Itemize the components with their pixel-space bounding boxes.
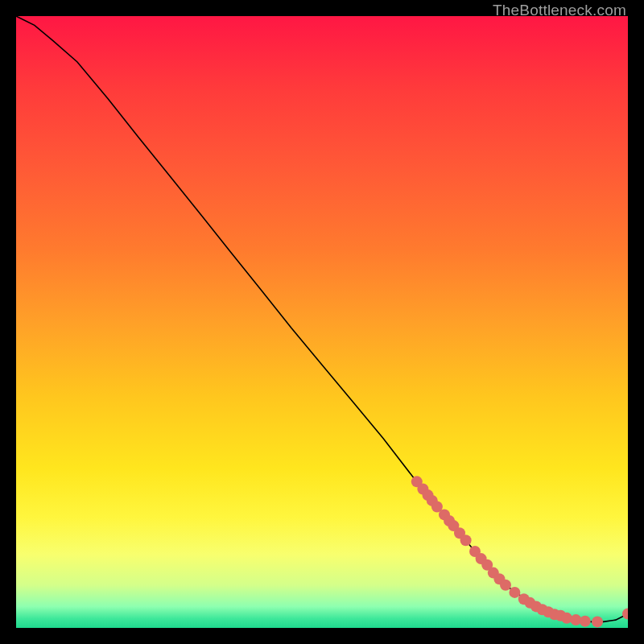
chart-container: TheBottleneck.com: [0, 0, 644, 644]
plot-area: [16, 16, 628, 628]
data-point: [500, 580, 511, 591]
gradient-background: [16, 16, 628, 628]
chart-svg: [16, 16, 628, 628]
data-point: [580, 616, 591, 627]
data-point: [592, 616, 603, 627]
data-point: [509, 587, 520, 598]
data-point: [460, 535, 472, 546]
